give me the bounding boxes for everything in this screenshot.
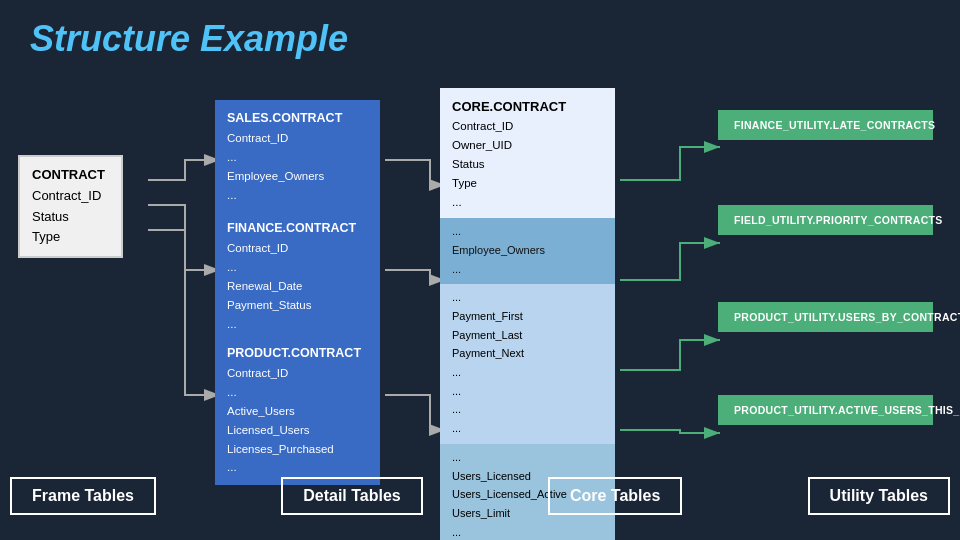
page-title: Structure Example — [0, 0, 960, 70]
core-table-title: CORE.CONTRACT — [452, 96, 603, 117]
detail-sales-title: SALES.CONTRACT — [227, 108, 368, 129]
label-frame-tables: Frame Tables — [10, 477, 156, 515]
utility-finance-late: FINANCE_UTILITY.LATE_CONTRACTS — [718, 110, 933, 140]
frame-field-1: Contract_ID — [32, 186, 109, 207]
frame-field-2: Status — [32, 207, 109, 228]
utility-product-active: PRODUCT_UTILITY.ACTIVE_USERS_THIS_MONTH — [718, 395, 933, 425]
detail-sales-f1: Contract_ID — [227, 129, 368, 148]
detail-finance-title: FINANCE.CONTRACT — [227, 218, 368, 239]
utility-product-users: PRODUCT_UTILITY.USERS_BY_CONTRACT — [718, 302, 933, 332]
bottom-labels-row: Frame Tables Detail Tables Core Tables U… — [10, 477, 950, 515]
frame-field-3: Type — [32, 227, 109, 248]
detail-product-box: PRODUCT.CONTRACT Contract_ID ... Active_… — [215, 335, 380, 485]
detail-product-title: PRODUCT.CONTRACT — [227, 343, 368, 364]
detail-sales-box: SALES.CONTRACT Contract_ID ... Employee_… — [215, 100, 380, 213]
label-utility-tables: Utility Tables — [808, 477, 950, 515]
frame-table-box: CONTRACT Contract_ID Status Type — [18, 125, 123, 258]
label-detail-tables: Detail Tables — [281, 477, 423, 515]
detail-finance-box: FINANCE.CONTRACT Contract_ID ... Renewal… — [215, 210, 380, 341]
utility-field-priority: FIELD_UTILITY.PRIORITY_CONTRACTS — [718, 205, 933, 235]
core-table-box: CORE.CONTRACT Contract_ID Owner_UID Stat… — [440, 88, 615, 540]
frame-table-title: CONTRACT — [32, 165, 109, 186]
label-core-tables: Core Tables — [548, 477, 682, 515]
